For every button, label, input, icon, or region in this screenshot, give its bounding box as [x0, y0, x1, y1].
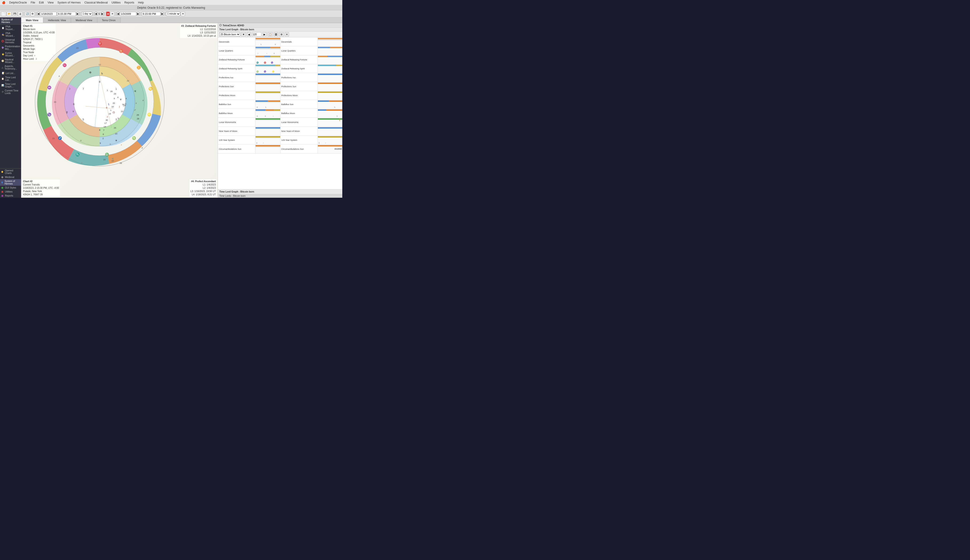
- tab-hellenistic-view[interactable]: Hellenistic View: [43, 17, 71, 23]
- sidebar-item-current-time-lords[interactable]: ⏱ Current Time Lords: [0, 88, 21, 95]
- tl-label2-profections-sun: Profections Sun: [280, 82, 318, 91]
- sidebar-bottom-reports[interactable]: Reports: [0, 194, 21, 198]
- tab-medieval-view[interactable]: Medieval View: [71, 17, 97, 23]
- timeline-row-profections-asc: Profections Asc Profections Asc: [218, 73, 342, 82]
- menu-view[interactable]: View: [47, 1, 53, 4]
- sidebar-bottom-opened-charts[interactable]: Opened Charts: [0, 168, 21, 175]
- sidebar-item-time-lord-list[interactable]: 📋 Time Lord List...: [0, 75, 21, 82]
- svg-text:♏: ♏: [75, 153, 80, 157]
- sidebar-label-kurios: Kurios Wizard...: [5, 52, 20, 57]
- timeline-row-circumambulations-sun: Circumambulations Sun Circumambulations …: [218, 145, 342, 153]
- timeline-container[interactable]: Decennials ♄ ♃ ♂ ☀ Decennials: [218, 37, 342, 189]
- nav-next-btn[interactable]: ▶: [262, 32, 267, 37]
- medieval-dot: [2, 176, 3, 178]
- tab-terra-chron[interactable]: Terra Chron: [97, 17, 121, 23]
- settings-btn[interactable]: ⚙: [30, 12, 35, 16]
- close-btn[interactable]: ✕: [285, 32, 289, 37]
- svg-text:3: 3: [115, 118, 117, 121]
- time1-input[interactable]: 6:15:30 PM: [57, 12, 76, 16]
- sidebar-item-lot-list[interactable]: 📝 Lot List...: [0, 71, 21, 75]
- chart-select[interactable]: 25 Bitcoin born: [219, 32, 240, 37]
- timeline-row-129-year: 129 Year System ☿ ♂ 129 Year System ☿ ♂: [218, 136, 342, 145]
- tab-hellenistic-view-label: Hellenistic View: [48, 19, 66, 22]
- svg-text:7: 7: [83, 87, 84, 90]
- svg-text:♃: ♃: [134, 90, 137, 93]
- menu-reports[interactable]: Reports: [124, 1, 134, 4]
- svg-text:☀: ☀: [115, 139, 118, 142]
- title-text: Delphic Oracle 9.0.22, registered to: Cu…: [137, 6, 205, 9]
- date-prev-btn[interactable]: ◀: [37, 12, 40, 15]
- sidebar-bottom-system-of-hermes[interactable]: System of Hermes: [0, 179, 21, 186]
- tab-main-view[interactable]: Main View: [21, 17, 43, 23]
- tl-bar2-profections-sun: [318, 82, 343, 91]
- date2-prev-btn[interactable]: ◀: [117, 12, 120, 15]
- sidebar-bottom-utilities[interactable]: Utilities: [0, 190, 21, 194]
- open-btn[interactable]: 📂: [7, 12, 12, 16]
- stop-btn[interactable]: ■: [106, 12, 110, 16]
- menu-system-of-hermes[interactable]: System of Hermes: [57, 1, 81, 4]
- sidebar-item-pna-wizard[interactable]: 🧙 PNA Wizard...: [0, 31, 21, 38]
- sidebar-item-kurios[interactable]: ⭐ Kurios Wizard...: [0, 51, 21, 58]
- menu-utilities[interactable]: Utilities: [112, 1, 121, 4]
- menu-app[interactable]: DelphicOracle: [9, 1, 27, 4]
- sidebar-item-nautical[interactable]: 🧭 Nautical Wizard...: [0, 58, 21, 64]
- new-btn[interactable]: 📄: [1, 12, 6, 16]
- date-next-btn[interactable]: ▶: [77, 12, 79, 15]
- sidebar-item-time-lord-graph[interactable]: 📊 Time Lord Graph...: [0, 82, 21, 88]
- opened-charts-dot: [2, 171, 3, 173]
- date2-next-btn[interactable]: ▶: [137, 12, 140, 15]
- menu-edit[interactable]: Edit: [39, 1, 44, 4]
- sidebar-label-time-lord-graph: Time Lord Graph...: [5, 83, 20, 88]
- copy-btn[interactable]: 📋: [268, 32, 273, 37]
- settings-btn2[interactable]: ⚙: [279, 32, 284, 37]
- play-btn[interactable]: ✕: [110, 12, 115, 16]
- sidebar-bottom-medieval[interactable]: Medieval: [0, 175, 21, 179]
- svg-text:2: 2: [103, 137, 104, 140]
- sidebar-item-predomination[interactable]: 🔮 Predomination Wiz...: [0, 45, 21, 51]
- tl-bar-zr-spirit: ♍ ♑ ♌: [255, 64, 280, 73]
- menu-help[interactable]: Help: [138, 1, 144, 4]
- apple-menu[interactable]: 🍎: [2, 1, 5, 4]
- chart-dropdown-btn[interactable]: ▼: [241, 32, 246, 37]
- chart2-location: Pulaski, New York: [23, 190, 59, 193]
- chart1-label: Chart #1: [23, 25, 55, 28]
- close-toolbar-btn[interactable]: ✕: [181, 12, 185, 16]
- menu-file[interactable]: File: [30, 1, 35, 4]
- svg-text:17: 17: [104, 122, 107, 124]
- svg-text:20: 20: [121, 110, 123, 113]
- svg-text:5: 5: [114, 97, 115, 100]
- chart2-info-left: Chart #2 Current Transits 1/18/2023, 2:1…: [22, 179, 60, 197]
- refresh-btn[interactable]: 🔄: [25, 12, 30, 16]
- time2-next-btn[interactable]: ▶: [161, 12, 164, 15]
- sidebar-label-current-time-lords: Current Time Lords: [5, 89, 20, 95]
- print-btn[interactable]: 🖨: [18, 12, 23, 16]
- terra-chron-icon: ⬡: [219, 24, 222, 27]
- save-btn[interactable]: 💾: [12, 12, 17, 16]
- sidebar-item-aspects[interactable]: △ Aspects, Testimony...: [0, 64, 21, 71]
- interval1-select[interactable]: 1 day: [81, 12, 92, 16]
- sidebar-item-pna-report[interactable]: 📋 PNA Report...: [0, 25, 21, 31]
- date1-input[interactable]: 1/18/2023: [40, 12, 57, 16]
- menu-classical-medieval[interactable]: Classical Medieval: [84, 1, 108, 4]
- nav-num-input[interactable]: [252, 32, 262, 37]
- svg-text:4: 4: [142, 147, 143, 149]
- date2-input[interactable]: 1/3/2009: [120, 12, 137, 16]
- tl-bar-nine-years-moon: [255, 127, 280, 135]
- sidebar-bottom-gui-styles[interactable]: GUI Styles: [0, 186, 21, 190]
- svg-text:33: 33: [127, 80, 129, 82]
- num-next-btn[interactable]: ▶: [101, 12, 104, 15]
- tl-label-129-year: 129 Year System: [218, 136, 255, 144]
- num-display: 5: [98, 12, 101, 15]
- tl-label2-balbillus-moon: Balbillus Moon: [280, 109, 318, 118]
- save-img-btn[interactable]: 🖼: [273, 32, 278, 37]
- chart2-l1: L1: 1/4/2023: [190, 183, 216, 187]
- main-layout: System of Hermes 📋 PNA Report... 🧙 PNA W…: [0, 17, 342, 198]
- interval2-select[interactable]: 1 minute: [166, 12, 180, 16]
- num-prev-btn[interactable]: ◀: [95, 12, 97, 15]
- tl-label-balbillus-sun: Balbillus Sun: [218, 100, 255, 108]
- chart2-coords: 43N34 1, 76W7 39: [23, 193, 59, 196]
- svg-text:⊕: ⊕: [89, 71, 92, 74]
- nav-prev-btn[interactable]: ◀: [247, 32, 251, 37]
- time2-input[interactable]: 6:15:00 PM: [142, 12, 160, 16]
- sidebar-item-universal-hermetic[interactable]: ⭕ Universal Hermetic: [0, 38, 21, 45]
